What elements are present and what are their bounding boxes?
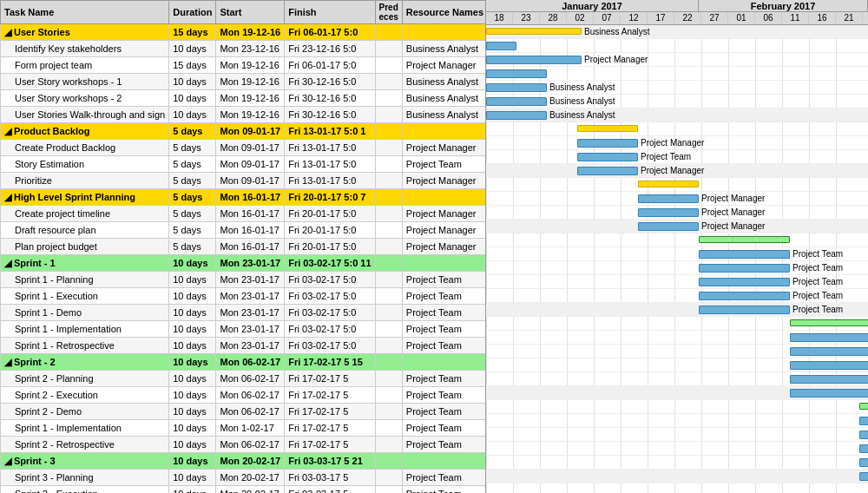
- task-duration: 10 days: [169, 420, 216, 437]
- table-row[interactable]: ◢User Stories15 daysMon 19-12-16Fri 06-0…: [1, 24, 487, 41]
- table-row[interactable]: Story Estimation5 daysMon 09-01-17Fri 13…: [1, 156, 487, 173]
- task-name: User Stories Walk-through and sign: [1, 107, 169, 123]
- gantt-bar: [699, 292, 790, 300]
- gantt-bar-label: Project Team: [792, 249, 843, 259]
- task-name: Create Product Backlog: [1, 140, 169, 156]
- task-resource: Project Team: [402, 437, 486, 453]
- task-pred: [375, 272, 402, 288]
- gantt-bar: [638, 181, 699, 187]
- task-start: Mon 19-12-16: [216, 24, 285, 41]
- table-row[interactable]: ◢Product Backlog5 daysMon 09-01-17Fri 13…: [1, 123, 487, 140]
- table-row[interactable]: Form project team15 daysMon 19-12-16Fri …: [1, 57, 487, 74]
- task-duration: 15 days: [169, 24, 216, 41]
- task-start: Mon 16-01-17: [216, 189, 285, 206]
- table-row[interactable]: Sprint 3 - Planning10 daysMon 20-02-17Fr…: [1, 470, 487, 486]
- task-start: Mon 23-01-17: [216, 338, 285, 354]
- table-row[interactable]: Create project timeline5 daysMon 16-01-1…: [1, 206, 487, 222]
- expand-arrow-icon[interactable]: ◢: [4, 357, 11, 367]
- task-start: Mon 23-01-17: [216, 272, 285, 288]
- gantt-row: [486, 483, 868, 493]
- expand-arrow-icon[interactable]: ◢: [4, 456, 11, 466]
- table-row[interactable]: Sprint 1 - Implementation10 daysMon 1-02…: [1, 420, 487, 437]
- task-start: Mon 19-12-16: [216, 57, 285, 74]
- col-resource[interactable]: Resource Names: [402, 1, 486, 24]
- task-pred: [375, 371, 402, 387]
- table-row[interactable]: ◢High Level Sprint Planning5 daysMon 16-…: [1, 189, 487, 206]
- task-finish: Fri 17-02-17 5: [285, 371, 375, 387]
- week-header: 28: [540, 12, 567, 24]
- task-resource: [402, 453, 486, 470]
- gantt-container: Task Name Duration Start Finish Predeces…: [0, 0, 868, 493]
- task-duration: 10 days: [169, 41, 216, 57]
- week-header: 21: [836, 12, 863, 24]
- task-finish: Fri 13-01-17 5:0 1: [285, 123, 375, 140]
- table-row[interactable]: User Stories Walk-through and sign10 day…: [1, 107, 487, 123]
- gantt-months: January 2017 February 2017: [486, 0, 868, 12]
- gantt-bar: [790, 347, 868, 356]
- task-resource: Project Team: [402, 288, 486, 305]
- task-pred: [375, 354, 402, 371]
- table-row[interactable]: Identify Key stakeholders10 daysMon 23-1…: [1, 41, 487, 57]
- task-name: Create project timeline: [1, 206, 169, 222]
- task-pred: [375, 338, 402, 354]
- table-row[interactable]: User Story workshops - 110 daysMon 19-12…: [1, 74, 487, 90]
- task-duration: 5 days: [169, 156, 216, 173]
- gantt-bar: [859, 431, 868, 439]
- task-finish: Fri 03-02-17 5:0: [285, 321, 375, 338]
- col-duration[interactable]: Duration: [169, 1, 216, 24]
- table-row[interactable]: Sprint 2 - Planning10 daysMon 06-02-17Fr…: [1, 371, 487, 387]
- table-row[interactable]: Prioritize5 daysMon 09-01-17Fri 13-01-17…: [1, 173, 487, 189]
- table-row[interactable]: Draft resource plan5 daysMon 16-01-17Fri…: [1, 222, 487, 239]
- task-resource: Project Manager: [402, 206, 486, 222]
- table-row[interactable]: Sprint 2 - Demo10 daysMon 06-02-17Fri 17…: [1, 404, 487, 420]
- task-finish: Fri 17-02-17 5: [285, 437, 375, 453]
- table-row[interactable]: Sprint 2 - Retrospective10 daysMon 06-02…: [1, 437, 487, 453]
- gantt-bar-label: Project Manager: [701, 207, 765, 217]
- task-duration: 10 days: [169, 255, 216, 272]
- task-start: Mon 20-02-17: [216, 470, 285, 486]
- gantt-bar: [486, 69, 547, 78]
- col-task-name[interactable]: Task Name: [1, 1, 169, 24]
- table-row[interactable]: User Story workshops - 210 daysMon 19-12…: [1, 90, 487, 107]
- gantt-row: Project Manager: [486, 220, 868, 233]
- task-finish: Fri 03-02-17 5:0: [285, 305, 375, 321]
- task-duration: 5 days: [169, 173, 216, 189]
- table-row[interactable]: Sprint 3 - Execution10 daysMon 20-02-17F…: [1, 486, 487, 494]
- table-row[interactable]: ◢Sprint - 210 daysMon 06-02-17Fri 17-02-…: [1, 354, 487, 371]
- table-row[interactable]: Sprint 1 - Execution10 daysMon 23-01-17F…: [1, 288, 487, 305]
- table-row[interactable]: Sprint 1 - Demo10 daysMon 23-01-17Fri 03…: [1, 305, 487, 321]
- task-start: Mon 23-01-17: [216, 305, 285, 321]
- table-row[interactable]: Sprint 1 - Implementation10 daysMon 23-0…: [1, 321, 487, 338]
- table-row[interactable]: Plan project budget5 daysMon 16-01-17Fri…: [1, 239, 487, 255]
- table-row[interactable]: Sprint 2 - Execution10 daysMon 06-02-17F…: [1, 387, 487, 404]
- table-row[interactable]: Create Product Backlog5 daysMon 09-01-17…: [1, 140, 487, 156]
- col-finish[interactable]: Finish: [285, 1, 375, 24]
- task-finish: Fri 03-02-17 5:0: [285, 272, 375, 288]
- table-row[interactable]: ◢Sprint - 110 daysMon 23-01-17Fri 03-02-…: [1, 255, 487, 272]
- gantt-row: Project T: [486, 358, 868, 372]
- table-row[interactable]: Sprint 1 - Planning10 daysMon 23-01-17Fr…: [1, 272, 487, 288]
- table-row[interactable]: ◢Sprint - 310 daysMon 20-02-17Fri 03-03-…: [1, 453, 487, 470]
- task-resource: Project Team: [402, 486, 486, 494]
- gantt-bar: [859, 444, 868, 453]
- task-finish: Fri 20-01-17 5:0: [285, 206, 375, 222]
- task-start: Mon 19-12-16: [216, 74, 285, 90]
- gantt-bar: [790, 389, 868, 398]
- col-start[interactable]: Start: [216, 1, 285, 24]
- task-finish: Fri 17-02-17 5: [285, 404, 375, 420]
- task-finish: Fri 17-02-17 5: [285, 420, 375, 437]
- gantt-row: Project T: [486, 331, 868, 345]
- col-pred[interactable]: Predeces: [375, 1, 402, 24]
- task-pred: [375, 57, 402, 74]
- expand-arrow-icon[interactable]: ◢: [4, 126, 11, 136]
- task-resource: [402, 189, 486, 206]
- expand-arrow-icon[interactable]: ◢: [4, 192, 11, 202]
- task-name: ◢Product Backlog: [1, 123, 169, 140]
- task-start: Mon 16-01-17: [216, 206, 285, 222]
- expand-arrow-icon[interactable]: ◢: [4, 258, 11, 268]
- task-start: Mon 09-01-17: [216, 140, 285, 156]
- table-row[interactable]: Sprint 1 - Retrospective10 daysMon 23-01…: [1, 338, 487, 354]
- gantt-bar: [638, 194, 699, 203]
- expand-arrow-icon[interactable]: ◢: [4, 27, 11, 37]
- gantt-row: Project Team: [486, 261, 868, 275]
